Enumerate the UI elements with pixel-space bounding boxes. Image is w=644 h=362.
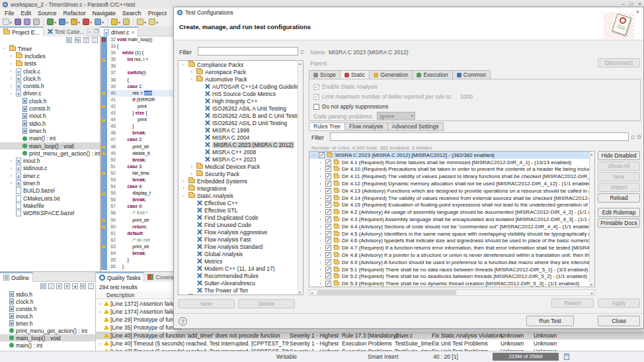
dropdown-icon[interactable]: ▾ <box>144 20 146 24</box>
expander-icon[interactable]: › <box>8 165 14 171</box>
outline-item[interactable]: main_loop() : void <box>0 334 96 341</box>
test-configuration-icon[interactable]: ▾ <box>58 19 69 25</box>
explorer-item[interactable]: ›hconsts.h <box>0 82 101 89</box>
view-menu-icon[interactable]: ⋮ <box>88 283 94 289</box>
expander-icon[interactable]: › <box>317 209 323 215</box>
garbage-collect-icon[interactable] <box>564 353 569 360</box>
configurations-filter-input[interactable] <box>198 47 298 56</box>
explorer-item[interactable]: ›ctimer.c <box>0 172 101 179</box>
configuration-item[interactable]: ›Compliance Packs <box>179 61 303 68</box>
view-minmax-icons[interactable]: ‒❐ <box>88 26 101 36</box>
rule-row[interactable]: ›Dir 5.1 (Required) There shall be no da… <box>309 266 594 273</box>
expander-icon[interactable]: › <box>317 281 323 287</box>
rule-checkbox[interactable] <box>319 152 325 158</box>
configuration-item[interactable]: Global Analysis <box>179 250 303 257</box>
maximize-view-icon[interactable]: ❐ <box>94 28 99 34</box>
rule-checkbox[interactable] <box>325 195 331 201</box>
explorer-item[interactable]: timer.h <box>0 127 101 134</box>
rule-row[interactable]: ›Dir 4.14 (Required) The validity of val… <box>309 195 594 202</box>
explorer-item[interactable]: ›cclock.c <box>0 68 101 75</box>
configuration-item[interactable]: HIS Source Code Metrics <box>179 90 303 97</box>
menu-project[interactable]: Project <box>145 10 170 17</box>
dialog-new-button[interactable]: New <box>178 299 235 308</box>
explorer-item[interactable]: ›hclock.h <box>0 75 101 82</box>
explorer-item[interactable]: ›htimer.h <box>0 179 101 187</box>
quality-task-row[interactable]: ›[Line 40] Timeout (5 seconds) reached. … <box>96 339 644 347</box>
expander-icon[interactable]: › <box>8 173 14 179</box>
filter-clear-icon[interactable]: ⊏ <box>300 48 305 55</box>
rule-row[interactable]: ›Dir 4.3 (Required) Assembly language sh… <box>309 216 594 223</box>
expander-icon[interactable]: › <box>317 166 323 172</box>
configuration-item[interactable]: Flow Analysis Aggressive <box>179 228 303 236</box>
outline-item[interactable]: main() : int <box>0 341 96 349</box>
rule-checkbox[interactable] <box>325 166 331 172</box>
rule-row[interactable]: ›Dir 4.2 (Advisory) All usage of assembl… <box>309 208 594 216</box>
configuration-item[interactable]: The Power of Ten <box>179 287 303 294</box>
expander-icon[interactable]: › <box>317 238 323 244</box>
explorer-item[interactable]: clock.h <box>0 97 101 105</box>
tab-execution[interactable]: Execution <box>412 70 452 79</box>
rule-checkbox[interactable] <box>325 252 331 258</box>
expander-icon[interactable]: › <box>97 341 103 347</box>
reload-button[interactable]: Reload <box>598 193 640 203</box>
expander-icon[interactable]: › <box>1 46 7 52</box>
limit-tasks-checkbox[interactable] <box>313 94 319 100</box>
minimize-view-icon[interactable]: ‒ <box>88 28 91 34</box>
filter-icon[interactable]: ▽ <box>83 37 89 43</box>
configuration-item[interactable]: MISRA C 2023 (MISRA C 2012) <box>179 141 303 148</box>
rule-checkbox[interactable] <box>325 259 331 265</box>
expander-icon[interactable]: › <box>8 75 14 81</box>
tab-static[interactable]: Static <box>340 70 369 79</box>
expander-icon[interactable]: › <box>8 180 14 186</box>
rule-row[interactable]: ›Dir 4.13 (Advisory) Functions which are… <box>309 187 594 195</box>
expander-icon[interactable]: › <box>188 69 194 75</box>
rule-row[interactable]: ›Dir 5.3 (Required) There shall be no dy… <box>309 280 594 287</box>
rule-checkbox[interactable] <box>325 245 331 251</box>
rule-checkbox[interactable] <box>325 281 331 287</box>
outline-item[interactable]: print_menu_get_action() : int <box>0 327 96 334</box>
bookmark-icon[interactable]: ▾ <box>110 19 121 25</box>
limit-tasks-value[interactable]: 1000 <box>460 93 473 100</box>
expander-icon[interactable]: › <box>8 53 14 59</box>
expander-icon[interactable]: › <box>188 76 194 82</box>
explorer-item[interactable]: consts.h <box>0 105 101 112</box>
import-button[interactable]: Import <box>598 183 640 192</box>
explorer-item[interactable]: WORKSPACE.bazel <box>0 210 101 217</box>
expander-icon[interactable]: › <box>317 188 323 194</box>
configuration-item[interactable]: ›Security Pack <box>179 170 303 177</box>
rule-checkbox[interactable] <box>325 188 331 194</box>
explorer-item[interactable]: ›Includes <box>0 52 101 60</box>
configuration-item[interactable]: ›Automotive Pack <box>179 75 303 83</box>
rule-checkbox[interactable] <box>325 173 331 179</box>
dropdown-icon[interactable]: ▾ <box>118 20 120 24</box>
focus-icon[interactable]: ● <box>72 283 78 289</box>
configuration-item[interactable]: ›Integrations <box>179 185 303 192</box>
expander-icon[interactable]: › <box>317 202 323 208</box>
expander-icon[interactable]: › <box>188 171 194 177</box>
rule-row[interactable]: ›Dir 4.5 (Advisory) Identifiers in the s… <box>309 230 594 238</box>
collapse-all-icon[interactable]: ⊟ <box>40 283 46 289</box>
menu-navigate[interactable]: Navigate <box>89 10 120 17</box>
column-description[interactable]: Description <box>106 292 135 298</box>
dropdown-icon[interactable]: ▾ <box>102 20 104 24</box>
rules-scrollbar[interactable]: ▴▾ <box>589 152 594 287</box>
rule-row[interactable]: ›Dir 4.6 (Advisory) typedefs that indica… <box>309 238 594 245</box>
dialog-delete-button[interactable]: Delete <box>238 299 295 308</box>
expander-icon[interactable]: › <box>317 273 323 279</box>
configuration-item[interactable]: High Integrity C++ <box>179 97 303 105</box>
expander-icon[interactable]: › <box>311 152 317 158</box>
dropdown-icon[interactable]: ▾ <box>78 20 80 24</box>
new-button[interactable]: New <box>598 172 640 181</box>
expander-icon[interactable]: › <box>97 309 103 315</box>
expander-icon[interactable]: › <box>317 159 323 165</box>
tab-flow-analysis[interactable]: Flow Analysis <box>344 122 387 131</box>
tab-test-case-explorer[interactable]: Test Case... <box>44 26 89 36</box>
expander-icon[interactable]: › <box>181 178 186 184</box>
hide-static-icon[interactable]: ✕ <box>64 283 70 289</box>
close-tab-icon[interactable]: × <box>131 29 134 36</box>
hide-fields-icon[interactable]: ✕ <box>56 283 62 289</box>
tab-rules-tree[interactable]: Rules Tree <box>309 122 344 131</box>
rule-checkbox[interactable] <box>325 209 331 215</box>
back-icon[interactable]: ▾ <box>136 19 147 25</box>
expander-icon[interactable]: › <box>317 245 323 251</box>
